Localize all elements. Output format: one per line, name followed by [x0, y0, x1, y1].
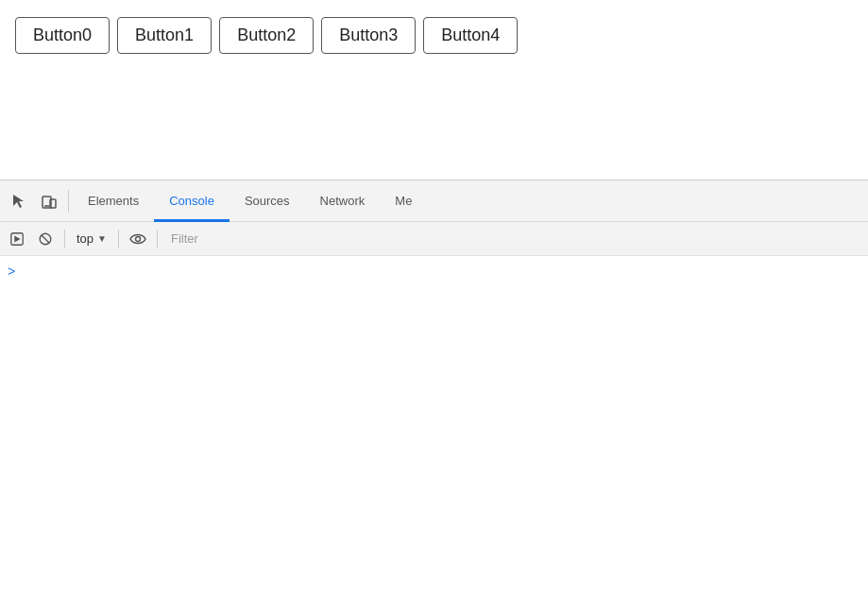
filter-input[interactable]: [163, 228, 864, 249]
context-label: top: [77, 231, 94, 246]
page-button-2[interactable]: Button2: [219, 17, 314, 54]
device-icon: [41, 193, 58, 210]
page-button-4[interactable]: Button4: [423, 17, 518, 54]
play-icon: [9, 231, 25, 247]
page-button-0[interactable]: Button0: [15, 17, 110, 54]
console-divider-2: [118, 230, 119, 248]
console-output[interactable]: >: [0, 256, 868, 599]
svg-marker-4: [14, 235, 20, 242]
clear-console-button[interactable]: [32, 226, 59, 252]
live-expressions-button[interactable]: [125, 226, 151, 252]
console-toolbar: top ▼: [0, 222, 868, 256]
console-divider: [64, 230, 65, 248]
svg-line-6: [42, 234, 50, 243]
tab-more[interactable]: Me: [380, 180, 427, 222]
tab-sources[interactable]: Sources: [230, 180, 305, 222]
device-toggle-button[interactable]: [34, 186, 64, 216]
devtools-panel: Elements Console Sources Network Me: [0, 180, 868, 599]
console-divider-3: [157, 230, 158, 248]
console-prompt[interactable]: >: [0, 260, 868, 282]
tab-console[interactable]: Console: [154, 180, 230, 222]
tab-divider-left: [68, 190, 69, 213]
cursor-icon: [10, 193, 27, 210]
block-icon: [38, 231, 53, 247]
page-button-3[interactable]: Button3: [321, 17, 416, 54]
eye-icon: [129, 231, 146, 248]
prompt-symbol: >: [8, 264, 15, 279]
tab-network[interactable]: Network: [305, 180, 381, 222]
inspect-element-button[interactable]: [4, 186, 34, 216]
run-script-button[interactable]: [4, 226, 30, 252]
devtools-tabs-row: Elements Console Sources Network Me: [0, 180, 868, 222]
context-selector[interactable]: top ▼: [71, 229, 112, 248]
tab-elements[interactable]: Elements: [73, 180, 154, 222]
context-dropdown-arrow: ▼: [97, 233, 107, 244]
page-content: Button0 Button1 Button2 Button3 Button4: [0, 0, 868, 180]
svg-point-7: [135, 236, 140, 241]
page-button-1[interactable]: Button1: [117, 17, 212, 54]
